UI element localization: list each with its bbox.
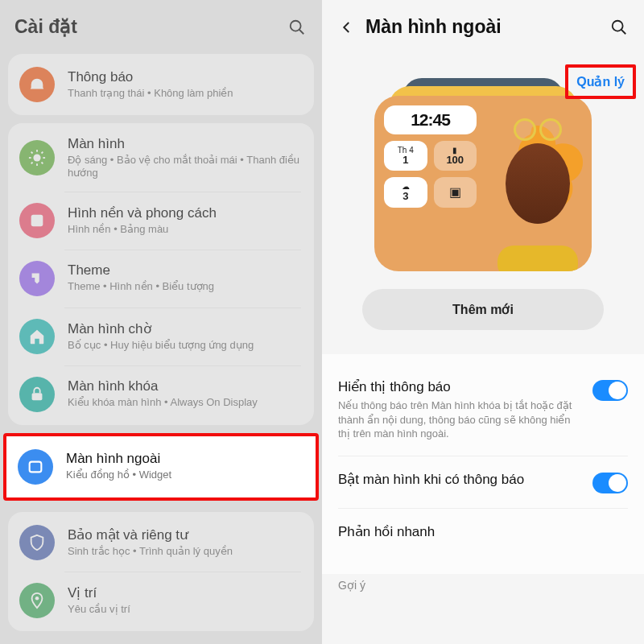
sun-icon [19,140,55,175]
row-sub: Hình nền • Bảng màu [68,223,217,236]
cover-icon [18,449,53,485]
svg-line-7 [31,152,33,154]
row-label: Vị trí [68,584,130,601]
svg-rect-13 [30,461,42,472]
svg-line-9 [31,163,33,164]
bell-icon [19,67,55,102]
row-cover-screen[interactable]: Màn hình ngoàiKiểu đồng hồ • Widget [6,438,316,496]
manage-link[interactable]: Quản lý [576,75,625,89]
row-sub: Sinh trắc học • Trình quản lý quyền [68,545,233,558]
svg-line-1 [299,29,304,34]
opt-wake-on-notif[interactable]: Bật màn hình khi có thông báo [338,456,628,508]
toggle-on[interactable] [592,473,628,493]
home-icon [19,319,55,354]
camera-tile: ▣ [434,177,477,207]
toggle-on[interactable] [592,380,628,401]
svg-point-2 [33,155,40,162]
search-icon[interactable] [609,17,630,38]
svg-line-8 [42,163,43,164]
row-lock[interactable]: Màn hình khóaKiểu khóa màn hình • Always… [8,365,314,423]
row-wallpaper[interactable]: Hình nền và phong cáchHình nền • Bảng mà… [8,192,314,250]
manage-highlight: Quản lý [565,64,636,99]
cover-preview[interactable]: 12:45 Th 4 1 ▮ 100 ☁3 [374,78,592,271]
row-location[interactable]: Vị tríYêu cầu vị trí [8,572,314,630]
tip-label: Gợi ý [322,579,644,592]
search-icon[interactable] [287,17,308,38]
svg-line-10 [42,152,43,154]
row-home[interactable]: Màn hình chờBố cục • Huy hiệu biểu tượng… [8,308,314,365]
svg-rect-11 [31,214,43,226]
opt-quick-reply[interactable]: Phản hồi nhanh [338,508,628,555]
cover-title: Màn hình ngoài [365,16,601,38]
svg-point-0 [291,20,301,31]
brush-icon [19,261,55,296]
row-display[interactable]: Màn hìnhĐộ sáng • Bảo vệ cho mắt thoải m… [8,125,314,192]
svg-line-16 [621,29,626,34]
row-notifications[interactable]: Thông báo Thanh trạng thái • Không làm p… [8,56,314,114]
shield-icon [19,525,55,560]
row-label: Màn hình chờ [68,320,254,337]
settings-title: Cài đặt [14,16,279,38]
row-sub: Thanh trạng thái • Không làm phiền [68,87,233,100]
battery-tile: ▮ 100 [434,141,477,171]
back-icon[interactable] [336,17,357,38]
row-sub: Kiểu khóa màn hình • Always On Display [68,396,258,409]
opt-sub: Nếu thông báo trên Màn hình khóa bị tắt … [338,398,576,441]
row-sub: Bố cục • Huy hiệu biểu tượng ứng dụng [68,339,254,352]
opt-label: Phản hồi nhanh [338,523,435,540]
row-label: Bảo mật và riêng tư [68,526,233,543]
add-new-button[interactable]: Thêm mới [362,289,604,330]
row-label: Màn hình ngoài [66,451,171,467]
row-cover-card: Màn hình ngoàiKiểu đồng hồ • Widget [3,433,319,501]
row-sub: Theme • Hình nền • Biểu tượng [68,280,214,293]
clock-widget: 12:45 [384,105,477,134]
row-label: Màn hình [68,136,303,152]
svg-rect-12 [32,393,43,400]
row-label: Màn hình khóa [68,378,258,394]
row-label: Thông báo [68,69,233,85]
row-privacy[interactable]: Bảo mật và riêng tưSinh trắc học • Trình… [8,514,314,572]
row-theme[interactable]: ThemeTheme • Hình nền • Biểu tượng [8,250,314,308]
date-tile: Th 4 1 [384,141,427,171]
image-icon [19,203,55,238]
row-sub: Yêu cầu vị trí [68,603,130,616]
weather-tile: ☁3 [384,177,427,207]
svg-point-15 [613,20,623,31]
lock-icon [19,377,55,412]
row-label: Theme [68,262,214,279]
row-label: Hình nền và phong cách [68,204,217,221]
row-sub: Độ sáng • Bảo vệ cho mắt thoải mái • Tha… [68,154,303,180]
pin-icon [19,583,55,618]
opt-show-notifications[interactable]: Hiển thị thông báo Nếu thông báo trên Mà… [338,364,628,456]
opt-label: Hiển thị thông báo [338,378,576,395]
opt-label: Bật màn hình khi có thông báo [338,471,524,488]
row-sub: Kiểu đồng hồ • Widget [66,469,171,481]
dog-image [483,96,592,271]
svg-point-14 [35,596,39,600]
